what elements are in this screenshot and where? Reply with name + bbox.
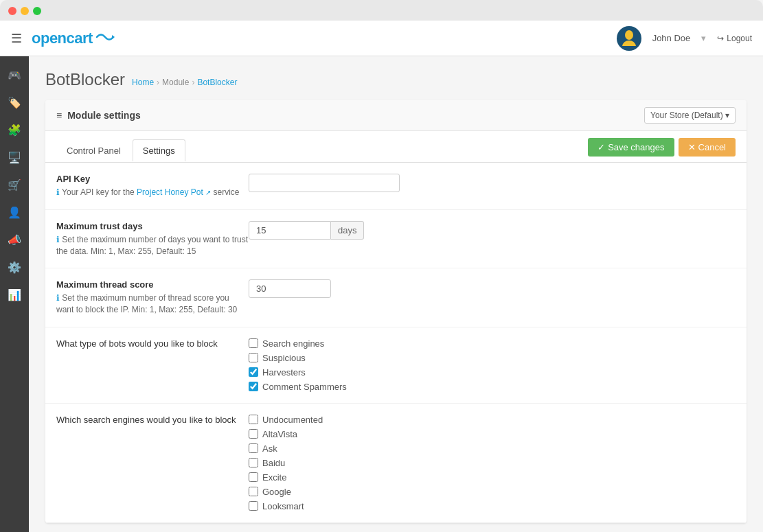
- max-thread-score-input[interactable]: [249, 279, 331, 298]
- sidebar-item-design[interactable]: 🖥️: [0, 144, 29, 170]
- checkbox-google[interactable]: Google: [249, 487, 736, 497]
- sidebar-item-reports[interactable]: 📊: [0, 281, 29, 308]
- checkbox-ask[interactable]: Ask: [249, 443, 736, 454]
- max-trust-days-label: Maximum trust days ℹ Set the maximum num…: [56, 221, 249, 257]
- dot-green[interactable]: [33, 7, 41, 15]
- sidebar-item-system[interactable]: ⚙️: [0, 254, 29, 280]
- sidebar-item-sales[interactable]: 🛒: [0, 172, 29, 198]
- user-dropdown-icon[interactable]: ▾: [701, 33, 706, 43]
- api-key-input[interactable]: [249, 174, 400, 192]
- tab-settings-label: Settings: [143, 146, 175, 156]
- sidebar-item-marketing[interactable]: 📣: [0, 227, 29, 253]
- svg-marker-0: [112, 35, 115, 39]
- card-header: ≡ Module settings Your Store (Default) ▾: [45, 100, 747, 131]
- hamburger-menu[interactable]: ☰: [11, 31, 22, 46]
- checkbox-comment-spammers[interactable]: Comment Spammers: [249, 382, 736, 392]
- search-engines-block-label: Which search engines would you like to b…: [56, 415, 249, 425]
- max-trust-days-row: Maximum trust days ℹ Set the maximum num…: [45, 210, 747, 269]
- svg-point-1: [625, 30, 633, 40]
- logo-text: opencart: [32, 30, 93, 47]
- api-key-control: [249, 174, 736, 192]
- sidebar-item-extensions[interactable]: 🧩: [0, 117, 29, 143]
- max-thread-score-row: Maximum thread score ℹ Set the maximum n…: [45, 268, 747, 327]
- tab-settings[interactable]: Settings: [133, 139, 185, 161]
- sidebar-item-customers[interactable]: 👤: [0, 199, 29, 225]
- max-trust-days-title: Maximum trust days: [56, 221, 249, 231]
- max-thread-score-label: Maximum thread score ℹ Set the maximum n…: [56, 279, 249, 316]
- cancel-button[interactable]: ✕ Cancel: [679, 138, 736, 157]
- max-trust-days-control: days: [249, 221, 736, 240]
- store-select-label: Your Store (Default) ▾: [650, 111, 729, 120]
- checkbox-ask-label: Ask: [262, 443, 277, 454]
- api-key-title: API Key: [56, 174, 249, 184]
- sidebar-item-catalog[interactable]: 🏷️: [0, 89, 29, 115]
- checkbox-ask-input[interactable]: [249, 443, 258, 453]
- checkbox-google-label: Google: [262, 487, 291, 497]
- page-title: BotBlocker: [45, 70, 125, 89]
- logout-button[interactable]: ↪ Logout: [717, 34, 752, 43]
- checkbox-suspicious-input[interactable]: [249, 353, 258, 362]
- checkbox-harvesters[interactable]: Harvesters: [249, 367, 736, 378]
- checkbox-baidu-input[interactable]: [249, 458, 258, 467]
- save-changes-button[interactable]: ✓ Save changes: [588, 138, 674, 157]
- logout-icon: ↪: [717, 34, 724, 43]
- checkbox-comment-spammers-input[interactable]: [249, 382, 258, 391]
- bot-types-checkboxes: Search engines Suspicious Harvesters: [249, 338, 736, 392]
- bot-types-title: What type of bots would you like to bloc…: [56, 338, 218, 349]
- dot-yellow[interactable]: [21, 7, 29, 15]
- checkbox-google-input[interactable]: [249, 487, 258, 496]
- checkbox-altavista[interactable]: AltaVista: [249, 429, 736, 439]
- bot-types-label: What type of bots would you like to bloc…: [56, 338, 249, 349]
- info-icon-thread: ℹ: [56, 293, 60, 303]
- checkbox-search-engines-label: Search engines: [262, 338, 324, 349]
- bot-types-row: What type of bots would you like to bloc…: [45, 327, 747, 404]
- checkbox-baidu[interactable]: Baidu: [249, 458, 736, 468]
- checkbox-baidu-label: Baidu: [262, 458, 285, 468]
- checkbox-undocumented-input[interactable]: [249, 415, 258, 424]
- content-area: 🎮 🏷️ 🧩 🖥️ 🛒 👤 📣 ⚙️ 📊 BotBlocker Home › M…: [0, 56, 763, 532]
- tabs-row: Control Panel Settings ✓ Save changes ✕ …: [45, 131, 747, 163]
- sidebar-item-dashboard[interactable]: 🎮: [0, 62, 29, 88]
- checkbox-looksmart[interactable]: Looksmart: [249, 501, 736, 511]
- trust-days-input-group: days: [249, 221, 364, 240]
- checkbox-search-engines-input[interactable]: [249, 338, 258, 348]
- tab-control-panel-label: Control Panel: [67, 146, 121, 156]
- settings-body: API Key ℹ Your API key for the Project H…: [45, 163, 747, 523]
- dot-red[interactable]: [8, 7, 16, 15]
- max-trust-days-input[interactable]: [249, 221, 331, 240]
- checkbox-looksmart-label: Looksmart: [262, 501, 304, 511]
- days-addon: days: [331, 221, 364, 240]
- checkbox-excite-label: Excite: [262, 472, 286, 483]
- window-chrome: [0, 0, 763, 21]
- app-wrapper: ☰ opencart John Doe ▾ ↪ Logout: [0, 21, 763, 532]
- breadcrumb-sep-2: ›: [192, 78, 194, 87]
- breadcrumb-module: Module: [162, 78, 189, 87]
- store-select[interactable]: Your Store (Default) ▾: [644, 107, 736, 124]
- project-honey-pot-link[interactable]: Project Honey Pot ↗: [137, 187, 211, 197]
- user-name: John Doe: [652, 33, 691, 43]
- breadcrumb-home[interactable]: Home: [132, 78, 154, 87]
- breadcrumb-row: BotBlocker Home › Module › BotBlocker: [45, 70, 747, 89]
- checkbox-excite[interactable]: Excite: [249, 472, 736, 483]
- breadcrumb-sep-1: ›: [157, 78, 159, 87]
- checkbox-looksmart-input[interactable]: [249, 501, 258, 511]
- checkbox-harvesters-input[interactable]: [249, 367, 258, 377]
- max-thread-score-control: [249, 279, 736, 298]
- checkbox-harvesters-label: Harvesters: [262, 367, 306, 378]
- save-label: Save changes: [608, 142, 664, 152]
- breadcrumb: Home › Module › BotBlocker: [132, 78, 237, 87]
- checkbox-altavista-input[interactable]: [249, 429, 258, 439]
- max-thread-score-title: Maximum thread score: [56, 279, 249, 290]
- tab-control-panel[interactable]: Control Panel: [56, 139, 131, 161]
- nav-right: John Doe ▾ ↪ Logout: [617, 26, 752, 51]
- main-content: BotBlocker Home › Module › BotBlocker ≡ …: [29, 56, 763, 532]
- checkbox-suspicious[interactable]: Suspicious: [249, 353, 736, 363]
- breadcrumb-botblocker[interactable]: BotBlocker: [197, 78, 237, 87]
- max-thread-score-hint: ℹ Set the maximum number of thread score…: [56, 293, 237, 314]
- checkbox-undocumented[interactable]: Undocumented: [249, 415, 736, 425]
- checkbox-excite-input[interactable]: [249, 472, 258, 482]
- checkbox-search-engines[interactable]: Search engines: [249, 338, 736, 349]
- checkbox-comment-spammers-label: Comment Spammers: [262, 382, 347, 392]
- avatar: [617, 26, 641, 51]
- search-engines-checkboxes: Undocumented AltaVista Ask: [249, 415, 736, 511]
